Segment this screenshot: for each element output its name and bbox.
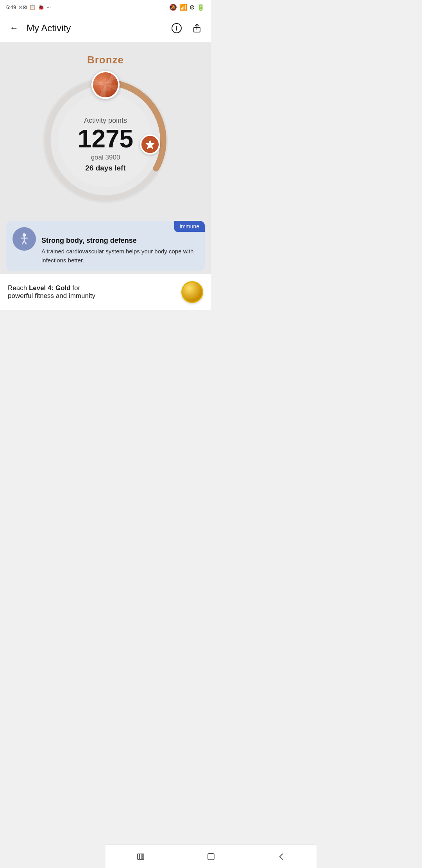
level-bold: Level 4: Gold <box>29 284 71 292</box>
svg-marker-13 <box>146 140 154 149</box>
status-bar: 6:49 ✕⊠ 📋 🐞 ··· 🔕 📶 ⊘ 🔋 <box>0 0 211 14</box>
wifi-icon: 📶 <box>179 4 187 11</box>
activity-points-value: 1275 <box>78 126 133 151</box>
share-icon <box>191 23 202 34</box>
card-icon-circle <box>13 227 36 251</box>
signal-x-icon: ✕⊠ <box>18 4 27 10</box>
main-content: Bronze <box>0 42 211 310</box>
info-icon: i <box>171 23 182 34</box>
progress-ring-container: Activity points 1275 goal 3900 26 days l… <box>39 74 172 207</box>
mute-icon: 🔕 <box>169 4 177 11</box>
card-title: Strong body, strong defense <box>41 237 198 245</box>
more-icon: ··· <box>46 4 51 10</box>
battery-icon: 🔋 <box>197 4 205 11</box>
status-right-icons: 🔕 📶 ⊘ 🔋 <box>169 4 205 11</box>
goal-label: goal 3900 <box>78 154 133 161</box>
star-icon <box>145 139 155 149</box>
subtext: powerful fitness and immunity <box>8 292 95 299</box>
next-level-section: Reach Level 4: Gold for powerful fitness… <box>0 274 211 310</box>
activity-points-label: Activity points <box>78 117 133 125</box>
svg-text:i: i <box>176 25 177 32</box>
info-card: immune Strong body, strong defense A tra… <box>6 221 205 271</box>
gold-medal-icon <box>181 281 203 303</box>
days-left: 26 days left <box>78 164 133 172</box>
card-description: A trained cardiovascular system helps yo… <box>41 247 198 265</box>
no-entry-icon: ⊘ <box>190 4 195 11</box>
ring-center-text: Activity points 1275 goal 3900 26 days l… <box>78 117 133 172</box>
reach-text: Reach <box>8 284 29 292</box>
svg-line-11 <box>99 82 110 91</box>
page-header: ← My Activity i <box>0 14 211 42</box>
svg-line-18 <box>24 241 26 244</box>
for-text: for <box>71 284 80 292</box>
card-text-block: Strong body, strong defense A trained ca… <box>41 227 198 265</box>
svg-marker-8 <box>99 78 112 91</box>
info-button[interactable]: i <box>169 20 184 36</box>
share-button[interactable] <box>189 20 205 36</box>
header-actions: i <box>169 20 205 36</box>
gem-facets <box>97 76 114 93</box>
next-level-text: Reach Level 4: Gold for powerful fitness… <box>8 284 176 300</box>
bronze-gem-icon <box>91 71 120 99</box>
time-display: 6:49 <box>6 4 16 10</box>
star-badge <box>140 134 160 154</box>
ring-section: Bronze <box>0 42 211 215</box>
svg-line-12 <box>101 82 112 91</box>
status-time-area: 6:49 ✕⊠ 📋 🐞 ··· <box>6 4 51 10</box>
back-arrow-icon: ← <box>10 23 18 33</box>
back-button[interactable]: ← <box>6 20 22 36</box>
bug-icon: 🐞 <box>38 4 44 10</box>
svg-line-17 <box>22 241 24 244</box>
immune-badge: immune <box>174 221 205 232</box>
figure-icon <box>18 232 31 246</box>
page-title: My Activity <box>22 23 169 34</box>
clipboard-icon: 📋 <box>29 4 36 10</box>
bronze-label: Bronze <box>87 54 124 66</box>
